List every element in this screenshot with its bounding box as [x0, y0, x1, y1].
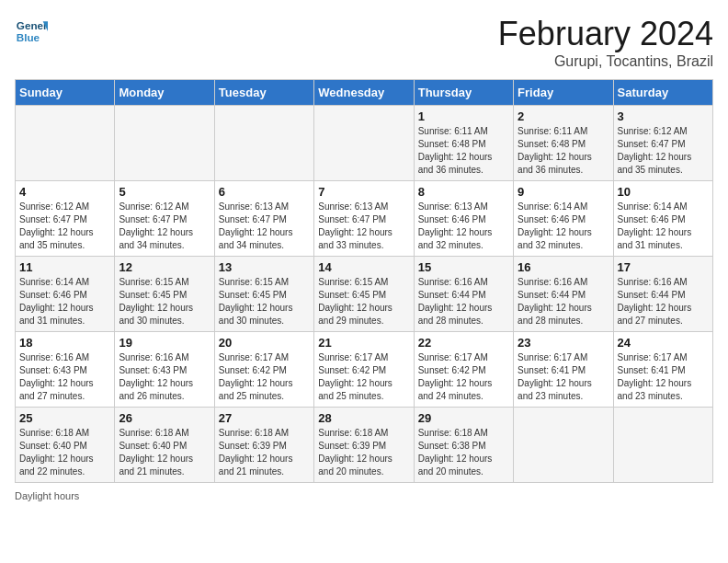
calendar-day-header: Tuesday	[214, 80, 313, 106]
calendar-cell: 2Sunrise: 6:11 AMSunset: 6:48 PMDaylight…	[514, 106, 613, 181]
title-block: February 2024 Gurupi, Tocantins, Brazil	[498, 15, 713, 70]
calendar-week-row: 18Sunrise: 6:16 AMSunset: 6:43 PMDayligh…	[16, 332, 713, 408]
day-number: 15	[418, 260, 509, 274]
day-number: 5	[119, 185, 210, 199]
day-number: 24	[618, 336, 709, 350]
calendar-day-header: Saturday	[613, 80, 712, 106]
calendar-cell: 23Sunrise: 6:17 AMSunset: 6:41 PMDayligh…	[514, 332, 613, 408]
day-number: 23	[518, 336, 609, 350]
calendar-cell: 21Sunrise: 6:17 AMSunset: 6:42 PMDayligh…	[314, 332, 414, 408]
calendar-cell	[314, 106, 414, 181]
calendar-cell: 19Sunrise: 6:16 AMSunset: 6:43 PMDayligh…	[115, 332, 214, 408]
calendar-day-header: Friday	[514, 80, 613, 106]
day-number: 26	[119, 411, 210, 425]
page-header: General Blue February 2024 Gurupi, Tocan…	[15, 15, 713, 70]
calendar-cell: 6Sunrise: 6:13 AMSunset: 6:47 PMDaylight…	[214, 181, 313, 257]
day-info: Sunrise: 6:18 AMSunset: 6:40 PMDaylight:…	[19, 427, 110, 478]
calendar-table: SundayMondayTuesdayWednesdayThursdayFrid…	[15, 79, 713, 483]
day-info: Sunrise: 6:13 AMSunset: 6:47 PMDaylight:…	[219, 201, 310, 252]
day-info: Sunrise: 6:15 AMSunset: 6:45 PMDaylight:…	[318, 276, 409, 327]
calendar-cell: 4Sunrise: 6:12 AMSunset: 6:47 PMDaylight…	[16, 181, 115, 257]
day-info: Sunrise: 6:16 AMSunset: 6:43 PMDaylight:…	[119, 351, 210, 403]
day-info: Sunrise: 6:16 AMSunset: 6:43 PMDaylight:…	[19, 351, 110, 403]
day-info: Sunrise: 6:17 AMSunset: 6:42 PMDaylight:…	[318, 351, 409, 403]
calendar-day-header: Monday	[115, 80, 214, 106]
calendar-cell: 26Sunrise: 6:18 AMSunset: 6:40 PMDayligh…	[115, 408, 214, 483]
day-number: 19	[119, 336, 210, 350]
calendar-cell: 18Sunrise: 6:16 AMSunset: 6:43 PMDayligh…	[16, 332, 115, 408]
svg-text:General: General	[17, 19, 48, 31]
day-number: 16	[518, 260, 609, 274]
day-info: Sunrise: 6:13 AMSunset: 6:47 PMDaylight:…	[318, 201, 409, 252]
calendar-cell: 28Sunrise: 6:18 AMSunset: 6:39 PMDayligh…	[314, 408, 414, 483]
day-number: 9	[518, 185, 609, 199]
day-number: 3	[618, 109, 709, 123]
month-title: February 2024	[498, 15, 713, 53]
calendar-cell: 29Sunrise: 6:18 AMSunset: 6:38 PMDayligh…	[414, 408, 513, 483]
day-number: 13	[219, 260, 310, 274]
calendar-cell	[115, 106, 214, 181]
day-number: 14	[318, 260, 409, 274]
calendar-cell: 3Sunrise: 6:12 AMSunset: 6:47 PMDaylight…	[613, 106, 712, 181]
calendar-cell: 13Sunrise: 6:15 AMSunset: 6:45 PMDayligh…	[214, 257, 313, 332]
day-number: 12	[119, 260, 210, 274]
day-number: 29	[418, 411, 509, 425]
day-info: Sunrise: 6:14 AMSunset: 6:46 PMDaylight:…	[518, 201, 609, 252]
day-info: Sunrise: 6:15 AMSunset: 6:45 PMDaylight:…	[119, 276, 210, 327]
day-number: 1	[418, 109, 509, 123]
day-number: 25	[19, 411, 110, 425]
day-number: 22	[418, 336, 509, 350]
day-info: Sunrise: 6:18 AMSunset: 6:40 PMDaylight:…	[119, 427, 210, 478]
logo-icon: General Blue	[15, 15, 48, 48]
calendar-cell: 5Sunrise: 6:12 AMSunset: 6:47 PMDaylight…	[115, 181, 214, 257]
calendar-cell: 14Sunrise: 6:15 AMSunset: 6:45 PMDayligh…	[314, 257, 414, 332]
calendar-day-header: Thursday	[414, 80, 513, 106]
day-number: 17	[618, 260, 709, 274]
calendar-cell: 16Sunrise: 6:16 AMSunset: 6:44 PMDayligh…	[514, 257, 613, 332]
logo: General Blue	[15, 15, 48, 48]
day-number: 2	[518, 109, 609, 123]
calendar-week-row: 4Sunrise: 6:12 AMSunset: 6:47 PMDaylight…	[16, 181, 713, 257]
calendar-cell: 12Sunrise: 6:15 AMSunset: 6:45 PMDayligh…	[115, 257, 214, 332]
day-info: Sunrise: 6:13 AMSunset: 6:46 PMDaylight:…	[418, 201, 509, 252]
calendar-cell: 17Sunrise: 6:16 AMSunset: 6:44 PMDayligh…	[613, 257, 712, 332]
day-number: 21	[318, 336, 409, 350]
day-info: Sunrise: 6:14 AMSunset: 6:46 PMDaylight:…	[19, 276, 110, 327]
calendar-cell	[613, 408, 712, 483]
day-info: Sunrise: 6:12 AMSunset: 6:47 PMDaylight:…	[19, 201, 110, 252]
day-number: 8	[418, 185, 509, 199]
day-info: Sunrise: 6:17 AMSunset: 6:41 PMDaylight:…	[618, 351, 709, 403]
calendar-cell: 15Sunrise: 6:16 AMSunset: 6:44 PMDayligh…	[414, 257, 513, 332]
calendar-week-row: 1Sunrise: 6:11 AMSunset: 6:48 PMDaylight…	[16, 106, 713, 181]
day-info: Sunrise: 6:17 AMSunset: 6:41 PMDaylight:…	[518, 351, 609, 403]
calendar-cell: 20Sunrise: 6:17 AMSunset: 6:42 PMDayligh…	[214, 332, 313, 408]
calendar-cell: 11Sunrise: 6:14 AMSunset: 6:46 PMDayligh…	[16, 257, 115, 332]
calendar-cell	[514, 408, 613, 483]
calendar-cell: 8Sunrise: 6:13 AMSunset: 6:46 PMDaylight…	[414, 181, 513, 257]
calendar-cell: 27Sunrise: 6:18 AMSunset: 6:39 PMDayligh…	[214, 408, 313, 483]
calendar-cell: 22Sunrise: 6:17 AMSunset: 6:42 PMDayligh…	[414, 332, 513, 408]
location-subtitle: Gurupi, Tocantins, Brazil	[498, 53, 713, 70]
day-number: 6	[219, 185, 310, 199]
day-info: Sunrise: 6:14 AMSunset: 6:46 PMDaylight:…	[618, 201, 709, 252]
day-info: Sunrise: 6:18 AMSunset: 6:38 PMDaylight:…	[418, 427, 509, 478]
day-number: 4	[19, 185, 110, 199]
day-info: Sunrise: 6:11 AMSunset: 6:48 PMDaylight:…	[518, 125, 609, 177]
calendar-cell: 10Sunrise: 6:14 AMSunset: 6:46 PMDayligh…	[613, 181, 712, 257]
day-info: Sunrise: 6:16 AMSunset: 6:44 PMDaylight:…	[418, 276, 509, 327]
svg-text:Blue: Blue	[17, 31, 40, 43]
day-number: 7	[318, 185, 409, 199]
calendar-week-row: 25Sunrise: 6:18 AMSunset: 6:40 PMDayligh…	[16, 408, 713, 483]
day-number: 27	[219, 411, 310, 425]
calendar-header-row: SundayMondayTuesdayWednesdayThursdayFrid…	[16, 80, 713, 106]
day-info: Sunrise: 6:18 AMSunset: 6:39 PMDaylight:…	[219, 427, 310, 478]
day-info: Sunrise: 6:17 AMSunset: 6:42 PMDaylight:…	[418, 351, 509, 403]
calendar-cell: 9Sunrise: 6:14 AMSunset: 6:46 PMDaylight…	[514, 181, 613, 257]
day-number: 20	[219, 336, 310, 350]
day-number: 10	[618, 185, 709, 199]
calendar-day-header: Wednesday	[314, 80, 414, 106]
day-info: Sunrise: 6:16 AMSunset: 6:44 PMDaylight:…	[518, 276, 609, 327]
calendar-cell: 25Sunrise: 6:18 AMSunset: 6:40 PMDayligh…	[16, 408, 115, 483]
calendar-week-row: 11Sunrise: 6:14 AMSunset: 6:46 PMDayligh…	[16, 257, 713, 332]
day-info: Sunrise: 6:18 AMSunset: 6:39 PMDaylight:…	[318, 427, 409, 478]
